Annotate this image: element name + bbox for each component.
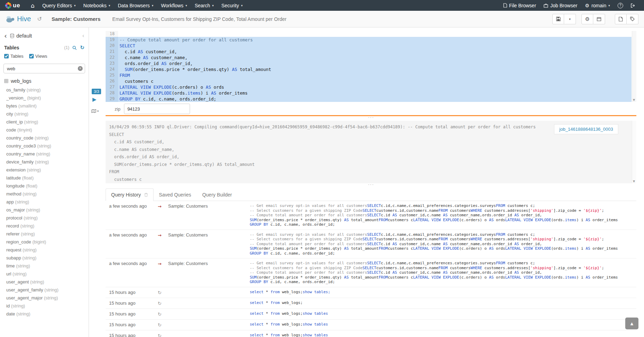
tables-checkbox-input[interactable] [4,54,9,58]
column-item-user-agent[interactable]: user_agent (string) [6,278,85,286]
resize-gripper[interactable]: ··· [106,183,636,188]
job-link[interactable]: job_1461888648136_0003 [554,124,618,134]
history-row[interactable]: a few seconds ago→Sample: Customers-- Ge… [106,230,636,259]
back-icon[interactable]: ‹ [4,33,7,38]
clear-search-icon[interactable]: × [78,66,83,71]
column-item-date[interactable]: date (string) [6,310,85,318]
views-checkbox-input[interactable] [29,54,34,58]
search-toggle-button[interactable] [72,46,77,50]
editor-line-20[interactable]: 20SELECT [106,43,631,49]
column-item-country-name[interactable]: country_name (string) [6,150,85,158]
table-item[interactable]: web_logs [0,77,89,86]
editor-line-28[interactable]: 28LATERAL VIEW EXPLODE(ords.items) i AS … [106,90,631,96]
column-item-protocol[interactable]: protocol (string) [6,214,85,222]
settings-button[interactable]: ⚙ [581,14,593,24]
collapse-panel-icon[interactable]: ‹ [82,32,84,39]
column-item-app[interactable]: app (string) [6,198,85,206]
history-row[interactable]: a few seconds ago→Sample: Customers-- Ge… [106,258,636,287]
column-item-longitude[interactable]: longitude (float) [6,182,85,190]
hue-logo[interactable]: ue [5,2,20,9]
document-icon [619,17,623,22]
nav-menu-notebooks[interactable]: Notebooks▾ [80,0,114,11]
hive-app-button[interactable]: Hive [6,15,31,23]
nav-menu-security[interactable]: Security▾ [217,0,246,11]
show-views-checkbox[interactable]: Views [29,54,47,59]
editor-line-22[interactable]: 22 c.name AS customer_name, [106,55,631,61]
show-tables-checkbox[interactable]: Tables [4,54,24,59]
variable-input[interactable] [124,104,190,114]
column-item-referer[interactable]: referer (string) [6,230,85,238]
column-item-subapp[interactable]: subapp (string) [6,254,85,262]
editor-line-27[interactable]: 27LATERAL VIEW EXPLODE(c.orders) o AS or… [106,84,631,90]
help-button[interactable]: ? [614,0,627,11]
column-item-code[interactable]: code (tinyint) [6,126,85,134]
nav-menu-query-editors[interactable]: Query Editors▾ [39,0,80,11]
editor-line-29[interactable]: 29GROUP BY c.id, c.name, ords.order_id; [106,96,631,102]
column-item-request[interactable]: request (string) [6,246,85,254]
nav-menu-search[interactable]: Search▾ [191,0,217,11]
editor-line-24[interactable]: 24 SUM(order_items.price * order_items.q… [106,66,631,72]
column-item-time[interactable]: time (string) [6,262,85,270]
hue-gear-icon [5,2,12,9]
new-document-button[interactable] [615,14,627,24]
column-item-os-family[interactable]: os_family (string) [6,86,85,94]
history-row[interactable]: a few seconds ago→Sample: Customers-- Ge… [106,201,636,230]
tags-button[interactable] [627,14,638,24]
editor-line-23[interactable]: 23 ords.order_id AS order_id, [106,61,631,66]
nav-menu-workflows[interactable]: Workflows▾ [157,0,191,11]
column-item-device-family[interactable]: device_family (string) [6,158,85,166]
column-item-client-ip[interactable]: client_ip (string) [6,118,85,126]
sql-editor[interactable]: 18 19-- Compute total amount per order f… [106,31,636,102]
column-item-country-code3[interactable]: country_code3 (string) [6,142,85,150]
column-item-bytes[interactable]: bytes (smallint) [6,102,85,110]
home-button[interactable]: ⌂ [27,0,39,11]
clear-history-icon[interactable] [144,193,148,197]
editor-line-25[interactable]: 25FROM [106,72,631,78]
editor-line-26[interactable]: 26 customers c [106,78,631,84]
history-row[interactable]: 15 hours ago↻select * from web_logs;show… [106,320,636,330]
history-row[interactable]: 15 hours ago↻select * from web_logs; [106,298,636,309]
column-item-user-agent-family[interactable]: user_agent_family (string) [6,286,85,294]
line-number: 23 [106,61,118,66]
log-line: c.id AS customer_id, [109,138,621,146]
query-history-icon[interactable]: ↺ [37,16,42,22]
history-row[interactable]: 15 hours ago↻select * from web_logs;show… [106,309,636,320]
browse-dropdown-button[interactable]: ▾ [91,109,99,113]
execute-button[interactable]: ▶ [92,96,97,103]
schedule-button[interactable] [593,14,605,24]
column-item--version-[interactable]: _version_ (bigint) [6,94,85,102]
nav-menu-data-browsers[interactable]: Data Browsers▾ [114,0,157,11]
column-item-url[interactable]: url (string) [6,270,85,278]
column-item-country-code[interactable]: country_code (string) [6,134,85,142]
tab-query-history[interactable]: Query History [106,188,154,201]
logout-button[interactable] [627,0,639,11]
column-item-id[interactable]: id (string) [6,302,85,310]
job-browser-button[interactable]: Job Browser [540,0,581,11]
file-browser-button[interactable]: File Browser [499,0,540,11]
column-item-record[interactable]: record (string) [6,222,85,230]
resize-gripper[interactable]: ··· [106,116,636,121]
editor-line-21[interactable]: 21 c.id AS customer_id, [106,49,631,55]
editor-line-19[interactable]: 19-- Compute total amount per order for … [106,37,631,43]
save-button[interactable] [552,14,564,24]
editor-scrollbar[interactable]: ▼ [632,31,636,102]
column-item-extension[interactable]: extension (string) [6,166,85,174]
refresh-icon[interactable]: ↻ [80,45,84,51]
user-menu[interactable]: ⚙ romain ▾ [581,0,614,11]
tab-query-builder[interactable]: Query Builder [197,188,238,201]
column-item-user-agent-major[interactable]: user_agent_major (string) [6,294,85,302]
save-dropdown-button[interactable]: ▾ [564,14,576,24]
tab-saved-queries[interactable]: Saved Queries [154,188,197,201]
editor-line-18[interactable]: 18 [106,31,631,37]
database-selector[interactable]: default [10,33,32,39]
column-item-os-major[interactable]: os_major (string) [6,206,85,214]
column-item-region-code[interactable]: region_code (bigint) [6,238,85,246]
column-item-latitude[interactable]: latitude (float) [6,174,85,182]
scroll-to-top-button[interactable]: ▲ [625,318,638,329]
log-scrollbar[interactable]: ▼ [632,121,636,183]
table-search-input[interactable] [3,64,85,73]
column-item-city[interactable]: city (string) [6,110,85,118]
column-item-method[interactable]: method (string) [6,190,85,198]
history-row[interactable]: 15 hours ago↻select * from web_logs;show… [106,287,636,298]
history-row[interactable]: 15 hours ago↻select * from web_logs;show… [106,330,636,337]
